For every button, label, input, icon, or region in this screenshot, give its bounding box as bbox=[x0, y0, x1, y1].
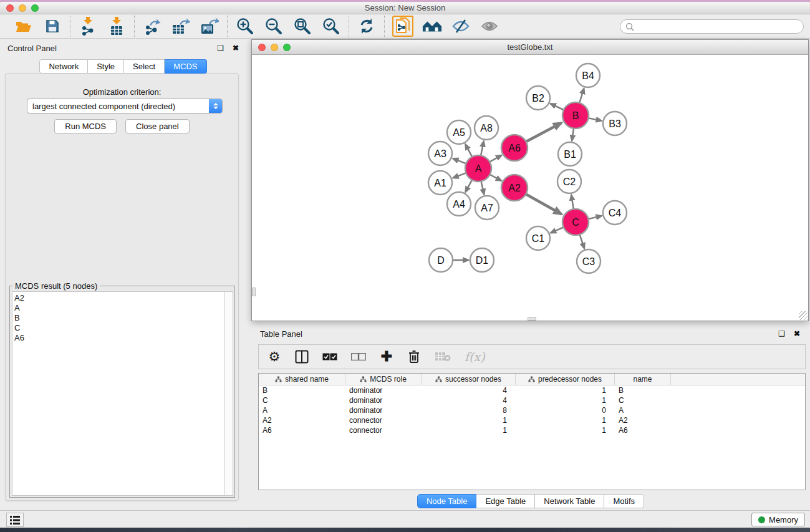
float-table-panel-icon[interactable]: ❑ bbox=[778, 329, 785, 338]
import-network-icon[interactable] bbox=[78, 17, 98, 36]
table-row[interactable]: Adominator80A bbox=[259, 405, 805, 415]
cell-predecessor-nodes: 1 bbox=[516, 385, 615, 395]
node-label-A4: A4 bbox=[453, 199, 465, 210]
horizontal-scrollbar-thumb[interactable] bbox=[528, 317, 536, 321]
tab-motifs[interactable]: Motifs bbox=[604, 494, 644, 508]
hide-panels-icon[interactable] bbox=[451, 17, 471, 36]
criterion-dropdown[interactable]: largest connected component (directed) bbox=[27, 99, 223, 114]
mcds-result-item[interactable]: A2 bbox=[14, 293, 224, 303]
zoom-in-icon[interactable] bbox=[235, 17, 255, 36]
network-canvas[interactable]: B4B2BB3A8A5A6A3B1AC2A1A2A4A7C4CC1DD1C3 bbox=[252, 55, 808, 321]
column-header-MCDS-role[interactable]: MCDS role bbox=[345, 374, 422, 385]
cell-predecessor-nodes: 1 bbox=[516, 395, 615, 405]
table-row[interactable]: Bdominator41B bbox=[259, 385, 805, 395]
node-label-A3: A3 bbox=[434, 148, 446, 159]
save-session-icon[interactable] bbox=[42, 17, 62, 36]
minimize-network-window-button[interactable] bbox=[271, 44, 278, 51]
zoom-out-icon[interactable] bbox=[264, 17, 284, 36]
show-panels-icon[interactable] bbox=[480, 17, 499, 36]
memory-button[interactable]: Memory bbox=[751, 513, 805, 526]
search-icon bbox=[625, 22, 634, 31]
zoom-window-button[interactable] bbox=[31, 4, 39, 12]
open-file-icon[interactable] bbox=[14, 17, 34, 36]
search-input[interactable] bbox=[637, 22, 803, 31]
application-window: Session: New Session bbox=[0, 0, 810, 532]
cell-shared-name: A bbox=[259, 405, 345, 415]
tab-node-table[interactable]: Node Table bbox=[417, 494, 477, 508]
select-all-icon[interactable] bbox=[322, 349, 337, 365]
zoom-selected-icon[interactable] bbox=[321, 17, 341, 36]
node-label-C4: C4 bbox=[609, 208, 622, 218]
add-column-icon[interactable]: ✚ bbox=[380, 349, 393, 365]
home-network-icon[interactable] bbox=[422, 17, 442, 36]
float-panel-icon[interactable]: ❑ bbox=[217, 44, 224, 52]
copy-network-icon[interactable] bbox=[392, 16, 413, 37]
cell-name: A2 bbox=[615, 415, 671, 425]
mcds-result-item[interactable]: C bbox=[14, 323, 224, 333]
gear-icon[interactable]: ⚙ bbox=[268, 349, 281, 365]
node-label-A5: A5 bbox=[453, 127, 465, 138]
table-row[interactable]: A2connector11A2 bbox=[259, 415, 805, 425]
node-table[interactable]: shared nameMCDS rolesuccessor nodesprede… bbox=[258, 373, 806, 490]
table-tabs: Node TableEdge TableNetwork TableMotifs bbox=[251, 494, 810, 508]
columns-icon[interactable] bbox=[295, 349, 309, 365]
mcds-result-item[interactable]: A6 bbox=[14, 333, 224, 343]
cell-shared-name: A6 bbox=[259, 425, 345, 435]
column-type-icon bbox=[360, 376, 367, 382]
column-header-label: MCDS role bbox=[370, 375, 407, 384]
minimize-window-button[interactable] bbox=[19, 4, 26, 12]
column-header-label: shared name bbox=[285, 375, 329, 384]
delete-table-icon bbox=[435, 349, 451, 365]
cell-name: A bbox=[615, 405, 671, 415]
node-label-A8: A8 bbox=[480, 123, 493, 133]
search-field[interactable] bbox=[620, 19, 804, 34]
mcds-result-item[interactable]: B bbox=[14, 313, 224, 323]
column-header-name[interactable]: name bbox=[615, 374, 671, 385]
memory-label: Memory bbox=[769, 515, 798, 525]
import-table-icon[interactable] bbox=[107, 17, 127, 36]
run-mcds-button[interactable]: Run MCDS bbox=[54, 119, 117, 133]
resize-grip-icon[interactable] bbox=[799, 311, 808, 320]
mcds-result-item[interactable]: A bbox=[14, 303, 224, 313]
column-header-shared-name[interactable]: shared name bbox=[259, 374, 345, 385]
tab-network-table[interactable]: Network Table bbox=[535, 494, 604, 508]
export-image-icon[interactable] bbox=[200, 17, 219, 36]
mcds-result-scrollbar[interactable] bbox=[224, 292, 233, 495]
control-panel-tabs: NetworkStyleSelectMCDS bbox=[0, 59, 246, 74]
close-panel-button[interactable]: Close panel bbox=[125, 119, 190, 133]
tab-network[interactable]: Network bbox=[39, 59, 88, 74]
optimization-label: Optimization criterion: bbox=[6, 87, 238, 97]
cell-MCDS-role: dominator bbox=[345, 385, 422, 395]
zoom-fit-icon[interactable] bbox=[292, 17, 312, 36]
zoom-network-window-button[interactable] bbox=[283, 44, 291, 51]
network-graph: B4B2BB3A8A5A6A3B1AC2A1A2A4A7C4CC1DD1C3 bbox=[252, 55, 808, 321]
table-row[interactable]: A6connector11A6 bbox=[259, 425, 805, 435]
tab-style[interactable]: Style bbox=[88, 59, 124, 74]
delete-column-icon[interactable] bbox=[407, 349, 421, 365]
tab-edge-table[interactable]: Edge Table bbox=[476, 494, 535, 508]
tab-mcds[interactable]: MCDS bbox=[165, 59, 206, 74]
close-network-window-button[interactable] bbox=[258, 44, 266, 51]
close-table-panel-icon[interactable]: ✖ bbox=[794, 329, 800, 338]
export-table-icon[interactable] bbox=[171, 17, 191, 36]
table-row[interactable]: Cdominator41C bbox=[259, 395, 805, 405]
panel-list-button[interactable] bbox=[6, 513, 24, 527]
dropdown-stepper-icon bbox=[209, 99, 222, 113]
close-panel-icon[interactable]: ✖ bbox=[233, 44, 239, 52]
network-window-title: testGlobe.txt bbox=[252, 42, 808, 52]
mcds-result-list[interactable]: A2ABCA6 bbox=[12, 291, 233, 496]
export-network-icon[interactable] bbox=[142, 17, 162, 36]
node-label-C: C bbox=[572, 217, 579, 228]
column-header-successor-nodes[interactable]: successor nodes bbox=[422, 374, 516, 385]
column-header-predecessor-nodes[interactable]: predecessor nodes bbox=[516, 374, 615, 385]
vertical-scrollbar-thumb[interactable] bbox=[252, 288, 256, 296]
close-window-button[interactable] bbox=[6, 4, 14, 12]
refresh-icon[interactable] bbox=[357, 17, 377, 36]
column-header-label: predecessor nodes bbox=[538, 375, 602, 384]
cell-successor-nodes: 1 bbox=[422, 415, 516, 425]
control-panel: Control Panel ❑ ✖ NetworkStyleSelectMCDS… bbox=[0, 39, 246, 508]
deselect-all-icon[interactable] bbox=[351, 349, 366, 365]
network-window-controls bbox=[258, 44, 291, 51]
tab-select[interactable]: Select bbox=[124, 59, 165, 74]
main-toolbar bbox=[0, 14, 810, 39]
